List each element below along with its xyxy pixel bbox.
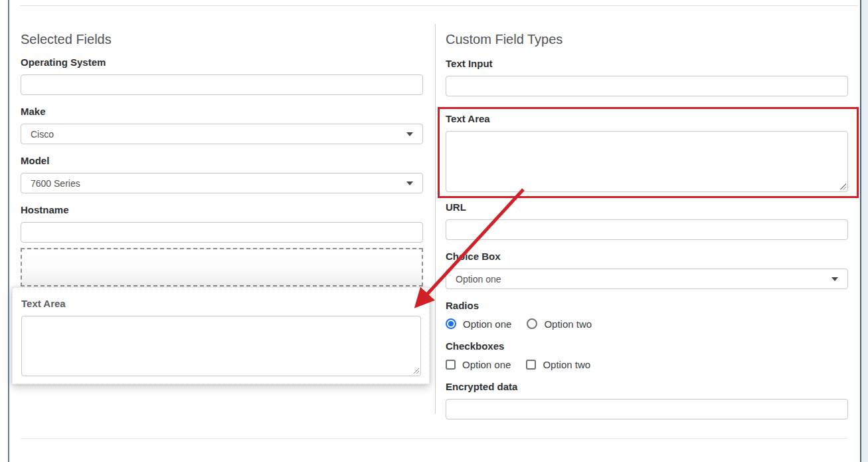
field-operating-system: Operating System	[21, 57, 423, 95]
checkbox-icon[interactable]	[446, 360, 456, 370]
make-select[interactable]: Cisco	[21, 124, 423, 144]
checkboxes-label: Checkboxes	[446, 340, 848, 352]
text-area-wrap	[446, 131, 848, 192]
field-text-input: Text Input	[446, 58, 848, 96]
radio-option-one: Option one	[446, 318, 511, 330]
field-text-area: Text Area	[446, 113, 848, 192]
checkboxes-row: Option one Option two	[446, 358, 848, 371]
model-select[interactable]: 7600 Series	[21, 173, 423, 193]
chevron-down-icon	[406, 181, 413, 185]
model-label: Model	[21, 155, 423, 166]
text-input-input[interactable]	[446, 76, 848, 96]
bottom-divider	[21, 438, 848, 439]
form-builder-page: Selected Fields Operating System Make Ci…	[0, 0, 868, 462]
hostname-label: Hostname	[21, 204, 423, 215]
field-choice-box: Choice Box Option one	[446, 251, 848, 289]
operating-system-input[interactable]	[21, 74, 423, 95]
choice-box-select[interactable]: Option one	[446, 269, 848, 289]
choice-box-label: Choice Box	[446, 251, 848, 262]
radio-button-icon[interactable]	[446, 318, 456, 329]
hostname-input[interactable]	[21, 222, 423, 243]
field-radios: Radios Option one Option two	[446, 300, 848, 330]
url-label: URL	[446, 201, 848, 213]
radio-option-two: Option two	[527, 318, 592, 330]
make-select-value: Cisco	[31, 129, 54, 140]
top-divider	[20, 5, 858, 6]
encrypted-data-input[interactable]	[446, 399, 848, 419]
radio-option-two-label: Option two	[544, 318, 592, 330]
column-divider	[435, 24, 436, 413]
checkbox-icon[interactable]	[526, 360, 536, 370]
panel-left-border	[8, 0, 9, 462]
dragged-text-area-label: Text Area	[21, 298, 421, 309]
checkbox-option-one: Option one	[446, 359, 511, 370]
field-checkboxes: Checkboxes Option one Option two	[446, 340, 848, 371]
field-encrypted-data: Encrypted data	[446, 381, 848, 419]
highlight-red-box: Text Area	[438, 107, 859, 198]
make-label: Make	[21, 106, 423, 117]
model-select-value: 7600 Series	[31, 178, 80, 189]
field-model: Model 7600 Series	[21, 155, 423, 193]
radio-button-icon[interactable]	[527, 318, 537, 329]
chevron-down-icon	[406, 132, 413, 136]
operating-system-label: Operating System	[21, 57, 423, 68]
text-area-textarea[interactable]	[446, 131, 848, 192]
dragged-text-area-wrap	[21, 316, 421, 376]
field-make: Make Cisco	[21, 106, 423, 144]
encrypted-data-label: Encrypted data	[446, 381, 848, 392]
panel-right-border	[860, 0, 861, 462]
field-hostname: Hostname	[21, 204, 423, 243]
choice-box-select-value: Option one	[456, 274, 501, 285]
radios-label: Radios	[446, 300, 848, 311]
checkbox-option-one-label: Option one	[462, 359, 511, 370]
dragged-text-area-textarea[interactable]	[21, 316, 421, 376]
text-area-label: Text Area	[446, 113, 848, 124]
custom-field-types-title: Custom Field Types	[446, 32, 848, 47]
selected-fields-panel: Selected Fields Operating System Make Ci…	[21, 32, 423, 253]
radio-option-one-label: Option one	[463, 318, 511, 330]
page-right-gutter	[861, 0, 868, 462]
dragged-text-area-card[interactable]: Text Area	[12, 287, 430, 384]
drop-zone-placeholder[interactable]	[21, 248, 423, 287]
chevron-down-icon	[831, 277, 838, 281]
url-input[interactable]	[446, 219, 848, 240]
checkbox-option-two-label: Option two	[543, 359, 590, 370]
field-url: URL	[446, 201, 848, 240]
checkbox-option-two: Option two	[526, 359, 590, 370]
selected-fields-title: Selected Fields	[21, 32, 423, 47]
custom-field-types-panel: Custom Field Types Text Input Text Area …	[446, 32, 848, 430]
text-input-label: Text Input	[446, 58, 848, 69]
radios-row: Option one Option two	[446, 317, 848, 330]
